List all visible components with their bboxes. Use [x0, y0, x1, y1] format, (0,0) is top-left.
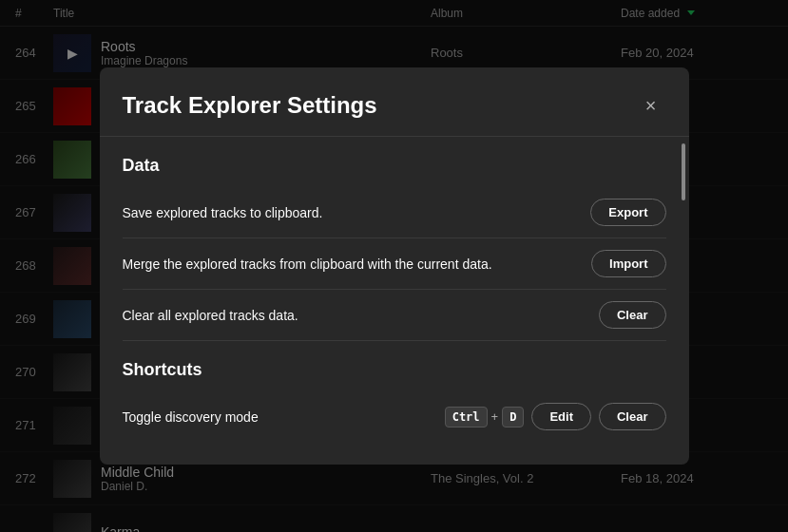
import-actions: Import: [591, 250, 665, 277]
modal-body[interactable]: Data Save explored tracks to clipboard. …: [100, 137, 689, 465]
shortcut-label: Toggle discovery mode: [123, 409, 445, 425]
modal-title: Track Explorer Settings: [123, 92, 377, 119]
modal-close-button[interactable]: ×: [636, 90, 666, 121]
import-button[interactable]: Import: [591, 250, 665, 277]
modal-scrollbar[interactable]: [682, 143, 685, 200]
clear-data-setting-row: Clear all explored tracks data. Clear: [123, 290, 666, 341]
clear-data-button[interactable]: Clear: [599, 301, 666, 329]
clear-data-label: Clear all explored tracks data.: [123, 308, 599, 323]
export-setting-row: Save explored tracks to clipboard. Expor…: [123, 187, 666, 238]
shortcuts-section-title: Shortcuts: [123, 360, 666, 380]
kbd-combo: Ctrl + D: [445, 407, 525, 428]
import-label: Merge the explored tracks from clipboard…: [123, 256, 592, 272]
shortcut-actions: Ctrl + D Edit Clear: [445, 403, 666, 430]
export-label: Save explored tracks to clipboard.: [123, 205, 591, 220]
clear-shortcut-button[interactable]: Clear: [599, 403, 666, 430]
shortcut-setting-row: Toggle discovery mode Ctrl + D Edit Clea…: [123, 391, 666, 442]
import-setting-row: Merge the explored tracks from clipboard…: [123, 238, 666, 290]
edit-shortcut-button[interactable]: Edit: [531, 403, 591, 430]
export-actions: Export: [590, 199, 665, 226]
ctrl-key: Ctrl: [445, 407, 488, 428]
settings-modal: Track Explorer Settings × Data Save expl…: [100, 67, 689, 465]
plus-symbol: +: [491, 409, 499, 424]
modal-overlay: Track Explorer Settings × Data Save expl…: [0, 0, 788, 532]
data-section-title: Data: [123, 156, 666, 176]
clear-data-actions: Clear: [599, 301, 666, 329]
export-button[interactable]: Export: [590, 199, 665, 226]
d-key: D: [502, 407, 524, 428]
modal-header: Track Explorer Settings ×: [100, 67, 689, 121]
